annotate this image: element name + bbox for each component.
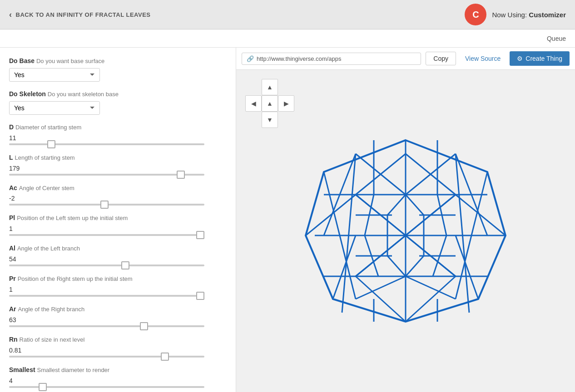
nav-right-button[interactable]: ▶ [278, 95, 294, 112]
d-slider-row [9, 143, 227, 145]
using-prefix: Now Using: [492, 11, 527, 19]
nav-top-row: ▲ [262, 79, 278, 95]
param-ar: Ar Angle of the Right branch 63 [9, 305, 227, 327]
do-skeleton-select[interactable]: Yes No [9, 101, 100, 115]
nav-down-button[interactable]: ▼ [262, 112, 278, 128]
al-desc: Angle of the Left branch [17, 245, 80, 252]
settings-icon: ⚙ [517, 55, 523, 62]
do-skeleton-label: Do Skeleton Do you want skeleton base [9, 90, 227, 98]
l-desc: Length of starting stem [15, 154, 74, 161]
ac-slider-row [9, 204, 227, 206]
l-slider-row [9, 174, 227, 176]
nav-bottom-row: ▼ [262, 112, 278, 128]
do-skeleton-name: Do Skeleton [9, 90, 46, 98]
pl-label: Pl Position of the Left stem up the init… [9, 214, 227, 222]
queue-label[interactable]: Queue [547, 35, 566, 42]
param-d: D Diameter of starting stem 11 [9, 123, 227, 145]
pl-name: Pl [9, 214, 15, 221]
main-content: Do Base Do you want base surface Yes No … [0, 48, 575, 392]
using-app: Customizer [529, 11, 566, 19]
ac-slider[interactable] [9, 204, 204, 206]
left-panel: Do Base Do you want base surface Yes No … [0, 48, 236, 392]
ac-name: Ac [9, 184, 17, 191]
sub-header: Queue [0, 29, 575, 48]
ar-desc: Angle of the Right branch [18, 306, 84, 313]
nav-left-button[interactable]: ◀ [245, 95, 262, 112]
using-text: Now Using: Customizer [492, 11, 566, 19]
svg-line-34 [406, 195, 424, 215]
d-desc: Diameter of starting stem [15, 124, 81, 131]
param-do-base: Do Base Do you want base surface Yes No [9, 57, 227, 82]
ac-desc: Angle of Center stem [19, 185, 74, 191]
param-rn: Rn Ratio of size in next level 0.81 [9, 335, 227, 358]
preview-area: ▲ ◀ ▲ ▶ ▼ [236, 70, 575, 392]
pr-label: Pr Position of the Right stem up the ini… [9, 274, 227, 283]
d-name: D [9, 123, 14, 131]
al-slider-row [9, 265, 227, 266]
right-panel: 🔗 http://www.thingiverse.com/apps Copy V… [236, 48, 575, 392]
do-skeleton-desc: Do you want skeleton base [48, 91, 119, 98]
back-label: BACK TO AN INFINITY OF FRACTAL LEAVES [16, 11, 151, 18]
chevron-left-icon: ‹ [9, 10, 12, 20]
rn-slider-row [9, 356, 227, 358]
right-toolbar: 🔗 http://www.thingiverse.com/apps Copy V… [236, 48, 575, 70]
copy-button[interactable]: Copy [426, 52, 456, 65]
pr-name: Pr [9, 275, 16, 282]
rn-slider[interactable] [9, 356, 204, 358]
svg-line-33 [387, 195, 406, 215]
d-slider[interactable] [9, 143, 204, 145]
nav-home-button[interactable]: ▲ [262, 95, 278, 112]
param-smallest: Smallest Smallest diameter to render 4 [9, 366, 227, 388]
pr-desc: Position of the Right stem up the initia… [18, 275, 133, 282]
ac-label: Ac Angle of Center stem [9, 184, 227, 192]
rn-desc: Ratio of size in next level [20, 336, 85, 343]
pr-slider[interactable] [9, 295, 204, 297]
create-thing-button[interactable]: ⚙ Create Thing [510, 51, 570, 66]
svg-line-36 [406, 256, 424, 276]
do-base-desc: Do you want base surface [36, 58, 104, 64]
param-ac: Ac Angle of Center stem -2 [9, 184, 227, 206]
smallest-desc: Smallest diameter to render [37, 367, 109, 373]
al-name: Al [9, 245, 15, 252]
smallest-label: Smallest Smallest diameter to render [9, 366, 227, 374]
svg-line-18 [406, 276, 456, 322]
param-pr: Pr Position of the Right stem up the ini… [9, 274, 227, 297]
link-icon: 🔗 [247, 55, 254, 62]
url-box: 🔗 http://www.thingiverse.com/apps [242, 53, 421, 65]
al-label: Al Angle of the Left branch [9, 244, 227, 253]
ar-label: Ar Angle of the Right branch [9, 305, 227, 314]
d-label: D Diameter of starting stem [9, 123, 227, 132]
al-slider[interactable] [9, 265, 204, 266]
view-source-button[interactable]: View Source [461, 52, 505, 65]
smallest-slider-row [9, 386, 227, 388]
back-link[interactable]: ‹ BACK TO AN INFINITY OF FRACTAL LEAVES [9, 10, 151, 20]
param-l: L Length of starting stem 179 [9, 153, 227, 176]
svg-line-17 [356, 276, 406, 322]
rn-name: Rn [9, 336, 18, 343]
do-base-select[interactable]: Yes No [9, 68, 100, 82]
nav-up-button[interactable]: ▲ [262, 79, 278, 95]
create-thing-label: Create Thing [525, 55, 562, 62]
l-label: L Length of starting stem [9, 153, 227, 162]
pl-slider-row [9, 234, 227, 236]
smallest-name: Smallest [9, 366, 35, 373]
pl-slider[interactable] [9, 234, 204, 236]
ar-slider-row [9, 325, 227, 327]
rn-label: Rn Ratio of size in next level [9, 335, 227, 344]
ar-slider[interactable] [9, 325, 204, 327]
pl-desc: Position of the Left stem up the initial… [17, 215, 128, 221]
nav-controls: ▲ ◀ ▲ ▶ ▼ [245, 79, 294, 128]
nav-middle-row: ◀ ▲ ▶ [245, 95, 294, 112]
param-al: Al Angle of the Left branch 54 [9, 244, 227, 266]
logo-letter: C [472, 10, 479, 20]
l-slider[interactable] [9, 174, 204, 176]
svg-line-44 [406, 276, 456, 299]
smallest-slider[interactable] [9, 386, 204, 388]
param-do-skeleton: Do Skeleton Do you want skeleton base Ye… [9, 90, 227, 115]
header: ‹ BACK TO AN INFINITY OF FRACTAL LEAVES … [0, 0, 575, 29]
header-right: C Now Using: Customizer [465, 4, 566, 25]
svg-line-43 [356, 276, 406, 299]
thingiverse-logo: C [465, 4, 486, 25]
url-text: http://www.thingiverse.com/apps [257, 55, 341, 62]
ar-name: Ar [9, 305, 16, 313]
